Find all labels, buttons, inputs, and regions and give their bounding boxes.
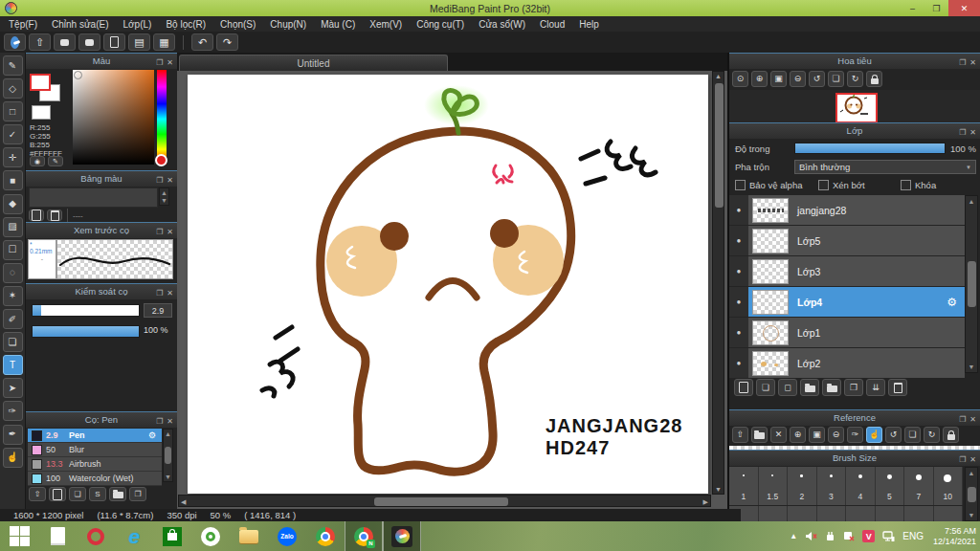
brush-size-cell[interactable]: 3 xyxy=(817,467,847,505)
color-mode-button[interactable]: ◉ xyxy=(30,156,45,166)
saturation-value-picker[interactable] xyxy=(73,70,154,165)
hue-slider[interactable] xyxy=(157,70,167,165)
close-icon[interactable]: ✕ xyxy=(969,55,976,70)
brush-size-cell[interactable]: 7 xyxy=(904,467,934,505)
zoom-actual-button[interactable]: ⊙ xyxy=(732,71,748,87)
network-icon[interactable] xyxy=(882,531,895,541)
merge-layer-button[interactable]: ⇊ xyxy=(866,379,885,396)
publish-button[interactable]: ⇧ xyxy=(29,33,51,51)
canvas[interactable]: JANGJANG28 HD247 xyxy=(188,75,708,494)
close-icon[interactable]: ✕ xyxy=(167,414,173,429)
reset-view-button[interactable]: ❏ xyxy=(828,71,844,87)
taskbar-medibang[interactable] xyxy=(383,521,421,551)
rotate-ccw-button[interactable]: ↺ xyxy=(809,71,825,87)
close-icon[interactable]: ✕ xyxy=(167,55,173,70)
add-1bit-layer-button[interactable]: ◻ xyxy=(778,379,797,396)
taskbar-zalo[interactable]: Zalo xyxy=(268,521,306,551)
layer-row[interactable]: ● Lớp2 xyxy=(729,348,965,379)
gradient-tool[interactable]: ▨ xyxy=(3,217,23,237)
close-icon[interactable]: ✕ xyxy=(969,412,976,427)
foreground-color-swatch[interactable] xyxy=(30,74,51,91)
taskbar-internet-explorer[interactable]: e xyxy=(115,521,153,551)
popout-icon[interactable]: ❐ xyxy=(959,412,966,427)
scroll-down-icon[interactable]: ▼ xyxy=(713,486,724,493)
taskbar-opera[interactable] xyxy=(77,521,115,551)
upload-brush-button[interactable]: ⇧ xyxy=(29,487,46,501)
popout-icon[interactable]: ❐ xyxy=(156,414,163,429)
text-tool[interactable]: T xyxy=(3,355,23,375)
scrollbar-thumb[interactable] xyxy=(968,487,976,502)
taskbar-coccoc[interactable] xyxy=(191,521,230,551)
layer-visibility-icon[interactable]: ● xyxy=(729,318,748,347)
popout-icon[interactable]: ❐ xyxy=(156,173,163,187)
reset-view-button[interactable]: ❏ xyxy=(904,427,921,443)
brush-row[interactable]: 50 Blur xyxy=(28,443,162,457)
alpha-protect-checkbox[interactable]: Bảo vệ alpha xyxy=(735,180,818,190)
show-hidden-icons[interactable]: ▲ xyxy=(790,532,797,540)
shape-brush-tool[interactable]: □ xyxy=(3,101,23,121)
menu-item[interactable]: Công cụ(T) xyxy=(416,19,464,30)
menu-item[interactable]: Cloud xyxy=(540,19,565,30)
brush-row[interactable]: 13.3 Airbrush xyxy=(28,457,162,472)
eraser-tool[interactable]: ◇ xyxy=(3,78,23,99)
taskbar-file-explorer[interactable] xyxy=(230,521,268,551)
start-button[interactable] xyxy=(0,521,38,551)
hue-cursor[interactable] xyxy=(155,154,167,166)
taskbar-chrome-profile[interactable]: N xyxy=(345,521,383,551)
lock-button[interactable] xyxy=(943,427,959,443)
layer-row[interactable]: ● Lớp4 ⚙ xyxy=(729,287,965,318)
spin-down-icon[interactable]: ▼ xyxy=(161,197,167,204)
scroll-down-icon[interactable]: ▼ xyxy=(165,474,171,480)
fit-screen-button[interactable]: ▣ xyxy=(809,427,825,443)
duplicate-layer-button[interactable]: ❐ xyxy=(844,379,863,396)
import-image-button[interactable]: ⇧ xyxy=(732,427,748,443)
menu-item[interactable]: Màu (C) xyxy=(321,19,355,30)
rotate-ccw-button[interactable]: ↺ xyxy=(885,427,902,443)
fill-rect-tool[interactable]: ■ xyxy=(3,170,23,190)
layer-row[interactable]: ● Lớp1 xyxy=(729,318,965,348)
scrollbar-thumb[interactable] xyxy=(968,261,976,307)
menu-item[interactable]: Xem(V) xyxy=(369,19,402,30)
volume-muted-icon[interactable] xyxy=(805,531,817,541)
scroll-up-icon[interactable]: ▲ xyxy=(713,73,724,79)
layer-scrollbar[interactable]: ▲ ▼ xyxy=(965,195,978,373)
brush-opacity-slider[interactable] xyxy=(32,325,140,338)
brush-size-cell[interactable]: 4 xyxy=(846,467,876,505)
menu-item[interactable]: Bộ lọc(R) xyxy=(166,19,206,30)
zoom-in-button[interactable]: ⊕ xyxy=(751,71,768,87)
layer-folder-button[interactable] xyxy=(822,379,841,396)
bucket-tool[interactable]: ◆ xyxy=(3,194,23,214)
power-icon[interactable] xyxy=(825,531,835,541)
add-folder-button[interactable] xyxy=(800,379,819,396)
layer-row[interactable]: ● Lớp5 xyxy=(729,226,965,256)
clear-reference-button[interactable]: ✕ xyxy=(770,427,787,443)
move-tool[interactable]: ✛ xyxy=(3,147,23,167)
medibang-cloud-button[interactable] xyxy=(4,33,26,51)
layer-row[interactable]: ● jangjang28 xyxy=(729,195,965,226)
vietkey-icon[interactable]: V xyxy=(862,530,875,542)
document-tab[interactable]: Untitled xyxy=(179,55,448,71)
navigator-thumbnail[interactable] xyxy=(835,93,878,123)
brush-size-cell[interactable]: 5 xyxy=(876,467,905,505)
clipping-checkbox[interactable]: Xén bớt xyxy=(818,180,901,190)
taskbar-chrome[interactable] xyxy=(306,521,345,551)
hand-tool[interactable]: ☝ xyxy=(3,448,23,468)
brush-size-slider[interactable] xyxy=(32,304,140,317)
fit-screen-button[interactable]: ▣ xyxy=(770,71,787,87)
taskbar-store[interactable] xyxy=(153,521,191,551)
layer-settings-icon[interactable]: ⚙ xyxy=(947,296,957,309)
add-color-button[interactable] xyxy=(29,209,44,221)
lock-button[interactable] xyxy=(866,71,882,87)
minimize-button[interactable]: – xyxy=(901,0,924,16)
menu-item[interactable]: Chọn(S) xyxy=(220,19,256,30)
menu-item[interactable]: Tệp(F) xyxy=(9,19,37,30)
select-eraser-tool[interactable]: ❏ xyxy=(3,332,23,352)
maximize-button[interactable]: ❐ xyxy=(924,0,948,16)
lasso-tool[interactable]: ◌ xyxy=(3,263,23,283)
magic-wand-tool[interactable]: ✶ xyxy=(3,286,23,306)
transparent-color-swatch[interactable] xyxy=(32,105,51,120)
zoom-out-button[interactable]: ⊖ xyxy=(828,427,844,443)
brush-folder-button[interactable] xyxy=(109,487,126,501)
undo-button[interactable]: ↶ xyxy=(191,33,213,51)
close-button[interactable]: ✕ xyxy=(948,0,980,16)
